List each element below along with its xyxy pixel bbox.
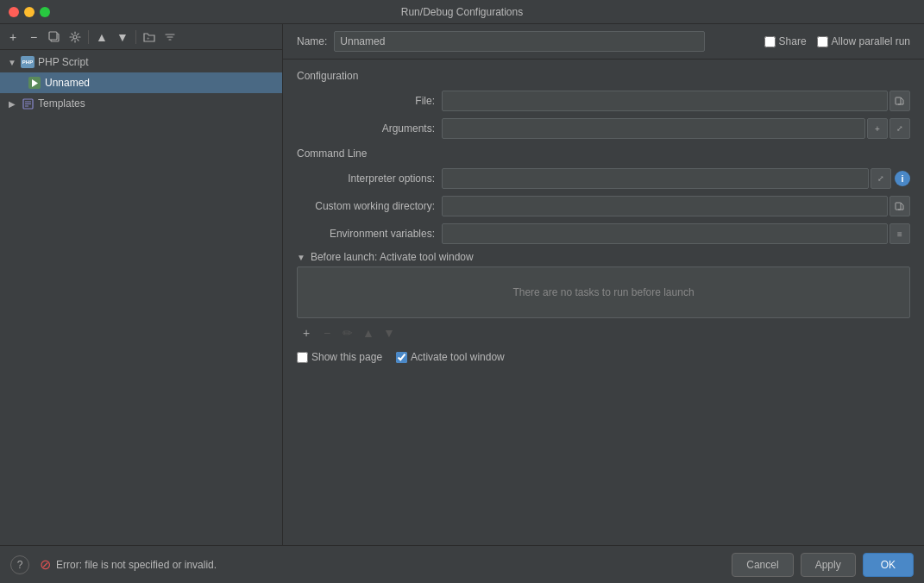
before-launch-add-button[interactable]: + [297, 323, 316, 342]
configuration-section-title: Configuration [297, 70, 910, 82]
config-header: Name: Share Allow parallel run [283, 24, 924, 60]
arguments-expand-button[interactable]: + [867, 118, 888, 139]
tree-item-templates[interactable]: ▶ Templates [0, 93, 282, 114]
move-up-button[interactable]: ▲ [92, 28, 111, 47]
interpreter-options-expand-button[interactable]: ⤢ [871, 168, 891, 189]
folder-button[interactable]: + [140, 28, 159, 47]
options-row: Show this page Activate tool window [297, 351, 910, 363]
error-icon: ⊘ [40, 556, 51, 573]
show-this-page-checkbox[interactable] [297, 352, 308, 363]
tree-template-toggle-icon[interactable]: ▶ [7, 98, 17, 109]
interpreter-options-input[interactable] [442, 168, 869, 189]
env-vars-input[interactable] [442, 223, 888, 244]
allow-parallel-label: Allow parallel run [832, 35, 910, 47]
file-label: File: [297, 95, 435, 107]
interpreter-options-input-wrap: ⤢ i [442, 168, 910, 189]
before-launch-toolbar: + − ✏ ▲ ▼ [297, 322, 910, 344]
right-panel: Name: Share Allow parallel run Configura… [283, 24, 924, 545]
info-button[interactable]: i [895, 171, 910, 186]
apply-button[interactable]: Apply [801, 553, 856, 577]
left-panel: + − ▲ ▼ + [0, 24, 283, 545]
add-config-button[interactable]: + [3, 28, 22, 47]
tree-item-unnamed[interactable]: Unnamed [0, 72, 282, 93]
svg-marker-4 [32, 79, 38, 87]
left-toolbar: + − ▲ ▼ + [0, 24, 282, 50]
share-label: Share [779, 35, 807, 47]
command-line-section-title: Command Line [297, 147, 910, 160]
arguments-input[interactable] [442, 118, 865, 139]
before-launch-task-area: There are no tasks to run before launch [297, 266, 910, 318]
file-row: File: [297, 91, 910, 111]
tree-templates-label: Templates [38, 97, 85, 110]
custom-working-dir-input-wrap [442, 196, 910, 216]
arguments-label: Arguments: [297, 122, 435, 135]
share-area: Share Allow parallel run [764, 35, 910, 47]
close-button[interactable] [9, 7, 19, 17]
ok-button[interactable]: OK [863, 553, 914, 577]
svg-rect-9 [896, 97, 901, 104]
error-text: Error: file is not specified or invalid. [56, 559, 217, 571]
share-checkbox[interactable] [764, 36, 776, 47]
name-input[interactable] [334, 31, 705, 52]
remove-config-button[interactable]: − [24, 28, 43, 47]
config-body: Configuration File: Arguments: [283, 60, 924, 545]
activate-tool-window-text: Activate tool window [411, 351, 505, 363]
help-button[interactable]: ? [10, 555, 29, 574]
activate-tool-window-label[interactable]: Activate tool window [396, 351, 505, 363]
window-controls[interactable] [9, 7, 50, 17]
bottom-bar: ? ⊘ Error: file is not specified or inva… [0, 545, 924, 583]
before-launch-edit-button[interactable]: ✏ [338, 323, 357, 342]
before-launch-header[interactable]: ▼ Before launch: Activate tool window [297, 251, 910, 263]
tree-group-label: PHP Script [38, 56, 88, 68]
custom-working-dir-label: Custom working directory: [297, 200, 435, 212]
custom-working-dir-browse-button[interactable] [889, 196, 910, 216]
settings-button[interactable] [66, 28, 85, 47]
maximize-button[interactable] [40, 7, 50, 17]
allow-parallel-checkbox[interactable] [817, 36, 828, 47]
show-this-page-label[interactable]: Show this page [297, 351, 382, 363]
before-launch-title: Before launch: Activate tool window [311, 251, 474, 263]
svg-point-2 [73, 35, 77, 39]
custom-working-dir-input[interactable] [442, 196, 888, 216]
tree-group-php-script[interactable]: ▼ PHP PHP Script [0, 52, 282, 72]
file-browse-button[interactable] [889, 91, 910, 111]
arguments-input-wrap: + ⤢ [442, 118, 910, 139]
env-vars-row: Environment variables: ≡ [297, 223, 910, 244]
activate-tool-window-checkbox[interactable] [396, 352, 407, 363]
minimize-button[interactable] [24, 7, 35, 17]
file-input-wrap [442, 91, 910, 111]
share-checkbox-label[interactable]: Share [764, 35, 807, 47]
file-input[interactable] [442, 91, 888, 111]
sort-button[interactable] [160, 28, 179, 47]
main-content: + − ▲ ▼ + [0, 24, 924, 545]
before-launch-down-button[interactable]: ▼ [380, 323, 399, 342]
cancel-button[interactable]: Cancel [732, 553, 793, 577]
allow-parallel-checkbox-label[interactable]: Allow parallel run [817, 35, 910, 47]
env-vars-label: Environment variables: [297, 228, 435, 240]
arguments-fullscreen-button[interactable]: ⤢ [889, 118, 910, 139]
before-launch-up-button[interactable]: ▲ [359, 323, 378, 342]
copy-config-button[interactable] [45, 28, 64, 47]
custom-working-dir-row: Custom working directory: [297, 196, 910, 216]
before-launch-section: ▼ Before launch: Activate tool window Th… [297, 251, 910, 363]
toolbar-separator [88, 30, 89, 44]
title-bar: Run/Debug Configurations [0, 0, 924, 24]
run-config-icon [28, 76, 41, 90]
config-tree: ▼ PHP PHP Script Unnamed ▶ [0, 50, 282, 545]
error-area: ⊘ Error: file is not specified or invali… [29, 556, 732, 573]
svg-text:+: + [147, 35, 150, 41]
arguments-row: Arguments: + ⤢ [297, 118, 910, 139]
before-launch-remove-button[interactable]: − [317, 323, 336, 342]
interpreter-options-label: Interpreter options: [297, 172, 435, 185]
before-launch-collapse-icon: ▼ [297, 253, 305, 262]
show-this-page-text: Show this page [311, 351, 382, 363]
tree-toggle-icon[interactable]: ▼ [7, 57, 17, 67]
env-vars-edit-button[interactable]: ≡ [889, 223, 910, 244]
move-down-button[interactable]: ▼ [113, 28, 132, 47]
no-tasks-text: There are no tasks to run before launch [512, 286, 694, 298]
env-vars-input-wrap: ≡ [442, 223, 910, 244]
php-group-icon: PHP [21, 55, 35, 69]
action-buttons: Cancel Apply OK [732, 553, 914, 577]
svg-rect-1 [49, 32, 57, 40]
toolbar-separator-2 [135, 30, 136, 44]
